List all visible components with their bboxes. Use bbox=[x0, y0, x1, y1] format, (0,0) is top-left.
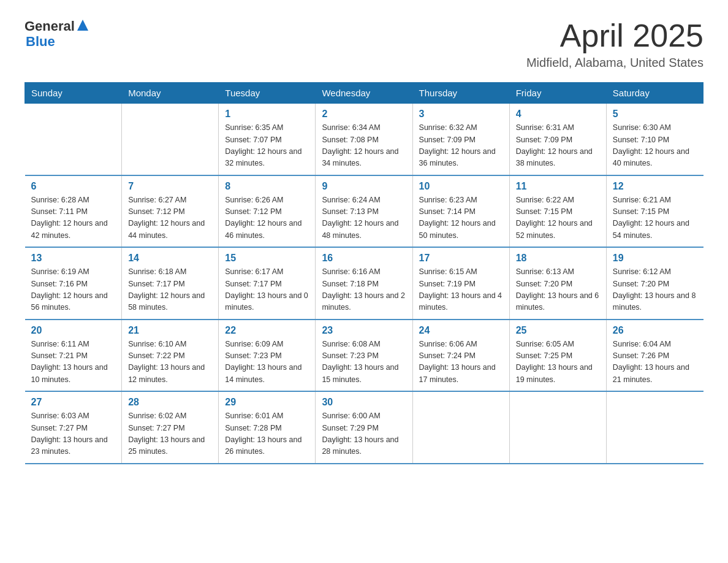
day-info: Sunrise: 6:08 AM Sunset: 7:23 PM Dayligh… bbox=[322, 339, 406, 386]
day-number: 11 bbox=[516, 181, 600, 192]
day-number: 18 bbox=[516, 253, 600, 264]
day-number: 23 bbox=[322, 325, 406, 336]
day-info: Sunrise: 6:09 AM Sunset: 7:23 PM Dayligh… bbox=[225, 339, 309, 386]
day-info: Sunrise: 6:15 AM Sunset: 7:19 PM Dayligh… bbox=[419, 266, 503, 314]
day-number: 2 bbox=[322, 109, 406, 120]
month-title: April 2025 bbox=[526, 18, 703, 53]
day-info: Sunrise: 6:17 AM Sunset: 7:17 PM Dayligh… bbox=[225, 266, 309, 314]
day-info: Sunrise: 6:00 AM Sunset: 7:29 PM Dayligh… bbox=[322, 410, 406, 458]
day-info: Sunrise: 6:10 AM Sunset: 7:22 PM Dayligh… bbox=[128, 339, 212, 386]
calendar-cell: 13Sunrise: 6:19 AM Sunset: 7:16 PM Dayli… bbox=[25, 247, 122, 320]
calendar-cell: 26Sunrise: 6:04 AM Sunset: 7:26 PM Dayli… bbox=[606, 320, 703, 392]
calendar-cell: 29Sunrise: 6:01 AM Sunset: 7:28 PM Dayli… bbox=[219, 391, 316, 464]
day-info: Sunrise: 6:26 AM Sunset: 7:12 PM Dayligh… bbox=[225, 194, 309, 242]
calendar-cell: 25Sunrise: 6:05 AM Sunset: 7:25 PM Dayli… bbox=[509, 320, 606, 392]
day-info: Sunrise: 6:34 AM Sunset: 7:08 PM Dayligh… bbox=[322, 122, 406, 170]
day-info: Sunrise: 6:04 AM Sunset: 7:26 PM Dayligh… bbox=[613, 339, 697, 386]
day-info: Sunrise: 6:21 AM Sunset: 7:15 PM Dayligh… bbox=[613, 194, 697, 242]
day-info: Sunrise: 6:06 AM Sunset: 7:24 PM Dayligh… bbox=[419, 339, 503, 386]
logo-text-blue: Blue bbox=[26, 34, 89, 49]
calendar-cell: 19Sunrise: 6:12 AM Sunset: 7:20 PM Dayli… bbox=[606, 247, 703, 320]
calendar-cell: 1Sunrise: 6:35 AM Sunset: 7:07 PM Daylig… bbox=[219, 104, 316, 175]
day-number: 25 bbox=[516, 325, 600, 336]
calendar-cell: 7Sunrise: 6:27 AM Sunset: 7:12 PM Daylig… bbox=[122, 175, 219, 248]
calendar-cell: 2Sunrise: 6:34 AM Sunset: 7:08 PM Daylig… bbox=[316, 104, 412, 175]
calendar-cell: 16Sunrise: 6:16 AM Sunset: 7:18 PM Dayli… bbox=[316, 247, 412, 320]
page-header: General Blue April 2025 Midfield, Alabam… bbox=[25, 18, 703, 70]
calendar-cell: 6Sunrise: 6:28 AM Sunset: 7:11 PM Daylig… bbox=[25, 175, 122, 248]
calendar-table: SundayMondayTuesdayWednesdayThursdayFrid… bbox=[25, 82, 703, 464]
calendar-cell bbox=[122, 104, 219, 175]
day-number: 28 bbox=[128, 397, 212, 408]
calendar-cell: 14Sunrise: 6:18 AM Sunset: 7:17 PM Dayli… bbox=[122, 247, 219, 320]
day-info: Sunrise: 6:13 AM Sunset: 7:20 PM Dayligh… bbox=[516, 266, 600, 314]
day-info: Sunrise: 6:23 AM Sunset: 7:14 PM Dayligh… bbox=[419, 194, 503, 242]
day-number: 22 bbox=[225, 325, 309, 336]
title-block: April 2025 Midfield, Alabama, United Sta… bbox=[526, 18, 703, 70]
day-info: Sunrise: 6:01 AM Sunset: 7:28 PM Dayligh… bbox=[225, 410, 309, 458]
day-info: Sunrise: 6:22 AM Sunset: 7:15 PM Dayligh… bbox=[516, 194, 600, 242]
day-number: 8 bbox=[225, 181, 309, 192]
day-number: 19 bbox=[613, 253, 697, 264]
calendar-cell: 30Sunrise: 6:00 AM Sunset: 7:29 PM Dayli… bbox=[316, 391, 412, 464]
calendar-cell: 23Sunrise: 6:08 AM Sunset: 7:23 PM Dayli… bbox=[316, 320, 412, 392]
calendar-cell: 5Sunrise: 6:30 AM Sunset: 7:10 PM Daylig… bbox=[606, 104, 703, 175]
day-number: 14 bbox=[128, 253, 212, 264]
day-number: 10 bbox=[419, 181, 503, 192]
day-number: 27 bbox=[31, 397, 116, 408]
calendar-cell: 10Sunrise: 6:23 AM Sunset: 7:14 PM Dayli… bbox=[412, 175, 509, 248]
calendar-cell: 24Sunrise: 6:06 AM Sunset: 7:24 PM Dayli… bbox=[412, 320, 509, 392]
day-number: 26 bbox=[613, 325, 697, 336]
logo-triangle-icon bbox=[76, 18, 89, 32]
location-title: Midfield, Alabama, United States bbox=[526, 56, 703, 70]
calendar-cell: 17Sunrise: 6:15 AM Sunset: 7:19 PM Dayli… bbox=[412, 247, 509, 320]
day-number: 16 bbox=[322, 253, 406, 264]
weekday-header-saturday: Saturday bbox=[606, 83, 703, 104]
day-number: 1 bbox=[225, 109, 309, 120]
day-number: 7 bbox=[128, 181, 212, 192]
day-info: Sunrise: 6:24 AM Sunset: 7:13 PM Dayligh… bbox=[322, 194, 406, 242]
day-number: 29 bbox=[225, 397, 309, 408]
calendar-cell: 18Sunrise: 6:13 AM Sunset: 7:20 PM Dayli… bbox=[509, 247, 606, 320]
calendar-cell bbox=[25, 104, 122, 175]
calendar-cell bbox=[412, 391, 509, 464]
weekday-header-friday: Friday bbox=[509, 83, 606, 104]
calendar-week-row: 13Sunrise: 6:19 AM Sunset: 7:16 PM Dayli… bbox=[25, 247, 703, 320]
calendar-week-row: 20Sunrise: 6:11 AM Sunset: 7:21 PM Dayli… bbox=[25, 320, 703, 392]
calendar-cell: 20Sunrise: 6:11 AM Sunset: 7:21 PM Dayli… bbox=[25, 320, 122, 392]
weekday-header-sunday: Sunday bbox=[25, 83, 122, 104]
day-number: 15 bbox=[225, 253, 309, 264]
day-info: Sunrise: 6:11 AM Sunset: 7:21 PM Dayligh… bbox=[31, 339, 116, 386]
day-info: Sunrise: 6:12 AM Sunset: 7:20 PM Dayligh… bbox=[613, 266, 697, 314]
calendar-cell: 15Sunrise: 6:17 AM Sunset: 7:17 PM Dayli… bbox=[219, 247, 316, 320]
day-info: Sunrise: 6:03 AM Sunset: 7:27 PM Dayligh… bbox=[31, 410, 116, 458]
calendar-cell: 11Sunrise: 6:22 AM Sunset: 7:15 PM Dayli… bbox=[509, 175, 606, 248]
logo: General Blue bbox=[25, 18, 89, 49]
weekday-header-tuesday: Tuesday bbox=[219, 83, 316, 104]
calendar-cell: 9Sunrise: 6:24 AM Sunset: 7:13 PM Daylig… bbox=[316, 175, 412, 248]
logo-text-general: General bbox=[25, 19, 75, 34]
day-info: Sunrise: 6:05 AM Sunset: 7:25 PM Dayligh… bbox=[516, 339, 600, 386]
day-number: 13 bbox=[31, 253, 116, 264]
calendar-cell: 8Sunrise: 6:26 AM Sunset: 7:12 PM Daylig… bbox=[219, 175, 316, 248]
day-number: 9 bbox=[322, 181, 406, 192]
day-info: Sunrise: 6:30 AM Sunset: 7:10 PM Dayligh… bbox=[613, 122, 697, 170]
day-number: 6 bbox=[31, 181, 116, 192]
day-info: Sunrise: 6:19 AM Sunset: 7:16 PM Dayligh… bbox=[31, 266, 116, 314]
calendar-week-row: 1Sunrise: 6:35 AM Sunset: 7:07 PM Daylig… bbox=[25, 104, 703, 175]
day-info: Sunrise: 6:27 AM Sunset: 7:12 PM Dayligh… bbox=[128, 194, 212, 242]
calendar-cell bbox=[509, 391, 606, 464]
calendar-cell: 28Sunrise: 6:02 AM Sunset: 7:27 PM Dayli… bbox=[122, 391, 219, 464]
day-info: Sunrise: 6:02 AM Sunset: 7:27 PM Dayligh… bbox=[128, 410, 212, 458]
weekday-header-wednesday: Wednesday bbox=[316, 83, 412, 104]
day-number: 30 bbox=[322, 397, 406, 408]
calendar-cell: 12Sunrise: 6:21 AM Sunset: 7:15 PM Dayli… bbox=[606, 175, 703, 248]
day-number: 5 bbox=[613, 109, 697, 120]
calendar-cell: 27Sunrise: 6:03 AM Sunset: 7:27 PM Dayli… bbox=[25, 391, 122, 464]
day-info: Sunrise: 6:28 AM Sunset: 7:11 PM Dayligh… bbox=[31, 194, 116, 242]
calendar-cell: 21Sunrise: 6:10 AM Sunset: 7:22 PM Dayli… bbox=[122, 320, 219, 392]
day-number: 3 bbox=[419, 109, 503, 120]
calendar-cell: 22Sunrise: 6:09 AM Sunset: 7:23 PM Dayli… bbox=[219, 320, 316, 392]
calendar-week-row: 6Sunrise: 6:28 AM Sunset: 7:11 PM Daylig… bbox=[25, 175, 703, 248]
weekday-header-thursday: Thursday bbox=[412, 83, 509, 104]
